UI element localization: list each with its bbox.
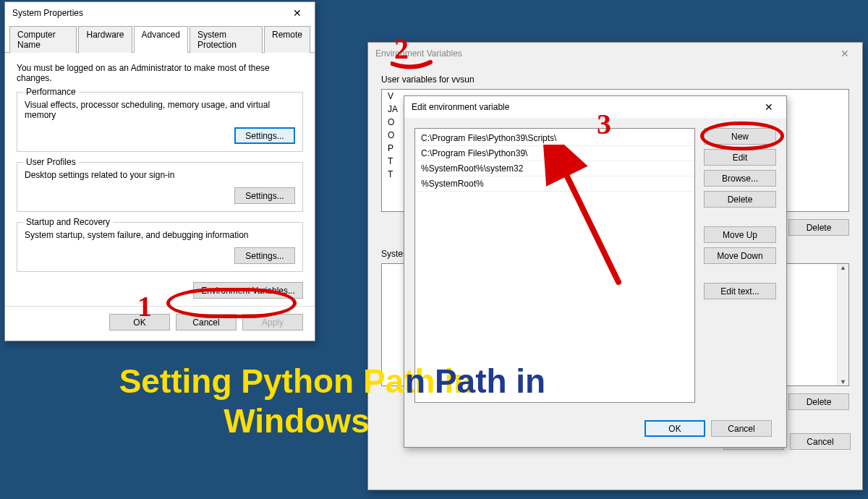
- tabs: Computer Name Hardware Advanced System P…: [5, 24, 315, 53]
- path-item[interactable]: C:\Program Files\Python39\: [415, 146, 694, 161]
- startup-recovery-legend: Startup and Recovery: [23, 217, 113, 227]
- move-up-button[interactable]: Move Up: [704, 226, 776, 243]
- edit-text-button[interactable]: Edit text...: [704, 283, 776, 299]
- path-item[interactable]: %SystemRoot%: [415, 176, 694, 192]
- cancel-button[interactable]: Cancel: [176, 314, 237, 330]
- close-icon[interactable]: ✕: [828, 43, 861, 64]
- environment-variables-button[interactable]: Environment Variables...: [193, 282, 303, 299]
- user-profiles-desc: Desktop settings related to your sign-in: [25, 170, 295, 180]
- chevron-down-icon[interactable]: ▼: [840, 378, 846, 385]
- scrollbar[interactable]: ▲▼: [837, 264, 848, 385]
- performance-legend: Performance: [23, 87, 79, 97]
- user-profiles-settings-button[interactable]: Settings...: [234, 187, 295, 204]
- user-variables-label: User variables for vvsun: [381, 74, 849, 85]
- ok-button[interactable]: OK: [109, 314, 170, 330]
- new-button[interactable]: New: [704, 128, 776, 145]
- caption-overlay-fragment: n Path in: [405, 362, 545, 401]
- system-properties-dialog: System Properties ✕ Computer Name Hardwa…: [4, 1, 315, 341]
- user-delete-button[interactable]: Delete: [788, 219, 849, 236]
- delete-button[interactable]: Delete: [704, 191, 776, 208]
- path-item[interactable]: %SystemRoot%\system32: [415, 161, 694, 176]
- move-down-button[interactable]: Move Down: [704, 247, 776, 264]
- apply-button[interactable]: Apply: [242, 314, 303, 330]
- startup-recovery-settings-button[interactable]: Settings...: [234, 247, 295, 264]
- dialog-body: You must be logged on as an Administrato…: [5, 53, 315, 306]
- tab-advanced[interactable]: Advanced: [134, 26, 188, 53]
- instruction-text: You must be logged on as an Administrato…: [17, 63, 303, 83]
- caption-line2: Windows: [224, 402, 369, 440]
- edit-button[interactable]: Edit: [704, 149, 776, 166]
- path-item[interactable]: C:\Program Files\Python39\Scripts\: [415, 131, 694, 146]
- titlebar: Environment Variables ✕: [368, 43, 862, 64]
- chevron-up-icon[interactable]: ▲: [840, 264, 846, 271]
- system-delete-button[interactable]: Delete: [788, 393, 849, 410]
- performance-group: Performance Visual effects, processor sc…: [17, 92, 303, 152]
- close-icon[interactable]: ✕: [281, 3, 313, 23]
- window-title: Edit environment variable: [412, 102, 509, 112]
- startup-recovery-desc: System startup, system failure, and debu…: [25, 230, 295, 240]
- cancel-button[interactable]: Cancel: [711, 420, 772, 437]
- titlebar: System Properties ✕: [5, 2, 315, 24]
- tab-computer-name[interactable]: Computer Name: [9, 26, 77, 53]
- close-icon[interactable]: ✕: [752, 97, 785, 117]
- performance-desc: Visual effects, processor scheduling, me…: [25, 100, 295, 120]
- tab-hardware[interactable]: Hardware: [78, 26, 132, 53]
- button-column: New Edit Browse... Delete Move Up Move D…: [704, 128, 776, 403]
- user-profiles-legend: User Profiles: [23, 157, 79, 167]
- browse-button[interactable]: Browse...: [704, 170, 776, 187]
- tab-system-protection[interactable]: System Protection: [190, 26, 263, 53]
- titlebar: Edit environment variable ✕: [404, 96, 786, 118]
- window-title: System Properties: [12, 8, 83, 18]
- startup-recovery-group: Startup and Recovery System startup, sys…: [17, 222, 303, 272]
- cancel-button[interactable]: Cancel: [790, 433, 851, 450]
- performance-settings-button[interactable]: Settings...: [234, 127, 295, 144]
- tab-remote[interactable]: Remote: [264, 26, 310, 53]
- window-title: Environment Variables: [375, 48, 462, 59]
- user-profiles-group: User Profiles Desktop settings related t…: [17, 162, 303, 212]
- ok-button[interactable]: OK: [644, 420, 705, 437]
